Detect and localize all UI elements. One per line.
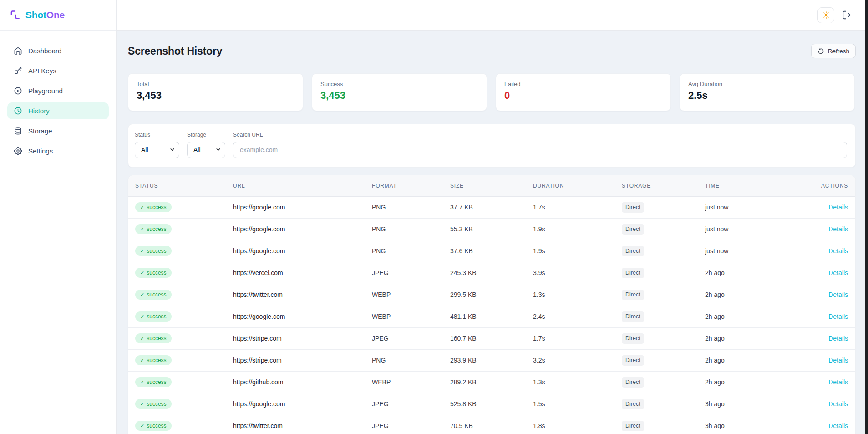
details-link[interactable]: Details — [828, 357, 848, 364]
sidebar-item-settings[interactable]: Settings — [7, 143, 109, 159]
check-icon: ✓ — [140, 227, 144, 232]
brand-name: ShotOne — [25, 10, 65, 20]
sidebar-item-label: API Keys — [28, 67, 56, 75]
logout-button[interactable] — [842, 10, 852, 20]
format-cell: JPEG — [372, 415, 450, 434]
play-circle-icon — [14, 87, 22, 95]
sidebar-item-storage[interactable]: Storage — [7, 123, 109, 139]
format-cell: PNG — [372, 240, 450, 262]
column-header-format: FORMAT — [372, 175, 450, 196]
status-badge-label: success — [147, 314, 166, 319]
history-table: STATUSURLFORMATSIZEDURATIONSTORAGETIMEAC… — [128, 175, 855, 434]
size-cell: 289.2 KB — [450, 371, 533, 393]
sidebar-item-api-keys[interactable]: API Keys — [7, 62, 109, 79]
format-cell: JPEG — [372, 393, 450, 415]
refresh-button[interactable]: Refresh — [811, 44, 856, 58]
storage-badge: Direct — [622, 333, 644, 344]
details-link[interactable]: Details — [828, 378, 848, 386]
status-badge-label: success — [147, 336, 166, 341]
sidebar-item-dashboard[interactable]: Dashboard — [7, 42, 109, 59]
url-cell: https://vercel.com — [233, 262, 372, 284]
check-icon: ✓ — [140, 380, 144, 385]
storage-badge: Direct — [622, 290, 644, 300]
page-title: Screenshot History — [128, 45, 222, 57]
url-cell: https://stripe.com — [233, 327, 372, 349]
stats-row: Total 3,453 Success 3,453 Failed 0 Avg D… — [128, 73, 856, 111]
sidebar: ShotOne Dashboard API Keys Playground — [0, 0, 117, 434]
check-icon: ✓ — [140, 358, 144, 363]
details-link[interactable]: Details — [828, 269, 848, 276]
size-cell: 481.1 KB — [450, 306, 533, 327]
search-url-label: Search URL — [233, 132, 847, 138]
details-link[interactable]: Details — [828, 225, 848, 233]
details-link[interactable]: Details — [828, 335, 848, 342]
format-cell: WEBP — [372, 371, 450, 393]
sidebar-item-label: Settings — [28, 147, 53, 155]
storage-badge: Direct — [622, 377, 644, 388]
stat-value: 3,453 — [137, 90, 294, 102]
status-badge: ✓success — [135, 311, 172, 322]
sidebar-item-playground[interactable]: Playground — [7, 82, 109, 99]
size-cell: 299.5 KB — [450, 284, 533, 306]
details-link[interactable]: Details — [828, 247, 848, 255]
size-cell: 245.3 KB — [450, 262, 533, 284]
format-cell: PNG — [372, 196, 450, 218]
refresh-icon — [817, 48, 824, 55]
vertical-scrollbar[interactable] — [865, 0, 868, 434]
check-icon: ✓ — [140, 205, 144, 210]
sidebar-nav: Dashboard API Keys Playground History — [0, 31, 116, 159]
details-link[interactable]: Details — [828, 422, 848, 429]
logout-icon — [842, 10, 852, 20]
details-link[interactable]: Details — [828, 291, 848, 298]
url-cell: https://twitter.com — [233, 415, 372, 434]
size-cell: 293.9 KB — [450, 349, 533, 371]
status-badge-label: success — [147, 292, 166, 297]
stat-label: Avg Duration — [688, 81, 846, 87]
status-badge-label: success — [147, 204, 166, 210]
duration-cell: 2.4s — [533, 306, 622, 327]
column-header-url: URL — [233, 175, 372, 196]
database-icon — [14, 127, 22, 135]
format-cell: PNG — [372, 349, 450, 371]
status-badge-label: success — [147, 357, 166, 363]
status-badge: ✓success — [135, 421, 172, 431]
storage-badge: Direct — [622, 421, 644, 431]
sidebar-item-history[interactable]: History — [7, 102, 109, 119]
duration-cell: 1.3s — [533, 371, 622, 393]
gear-icon — [14, 147, 22, 155]
storage-badge: Direct — [622, 355, 644, 366]
column-header-actions: ACTIONS — [787, 175, 855, 196]
status-badge-label: success — [147, 270, 166, 276]
main-content: Screenshot History Refresh Total 3,453 S… — [117, 31, 868, 434]
storage-filter-label: Storage — [187, 132, 225, 138]
time-cell: 2h ago — [705, 371, 787, 393]
check-icon: ✓ — [140, 336, 144, 341]
format-cell: JPEG — [372, 262, 450, 284]
filters-panel: Status All Storage All — [128, 124, 856, 168]
column-header-size: SIZE — [450, 175, 533, 196]
status-badge-label: success — [147, 248, 166, 254]
status-select[interactable]: All — [135, 142, 179, 158]
time-cell: just now — [705, 218, 787, 240]
search-url-input[interactable] — [233, 142, 847, 158]
url-cell: https://google.com — [233, 240, 372, 262]
theme-toggle-button[interactable] — [817, 7, 834, 23]
details-link[interactable]: Details — [828, 400, 848, 408]
storage-select[interactable]: All — [187, 142, 225, 158]
duration-cell: 3.9s — [533, 262, 622, 284]
status-badge: ✓success — [135, 399, 172, 409]
details-link[interactable]: Details — [828, 313, 848, 320]
duration-cell: 1.8s — [533, 415, 622, 434]
storage-badge: Direct — [622, 202, 644, 213]
stat-value: 0 — [504, 90, 662, 102]
check-icon: ✓ — [140, 402, 144, 407]
check-icon: ✓ — [140, 292, 144, 297]
stat-label: Failed — [504, 81, 662, 87]
stat-card-total: Total 3,453 — [128, 73, 303, 111]
size-cell: 70.5 KB — [450, 415, 533, 434]
table-row: ✓success https://google.com PNG 37.7 KB … — [128, 196, 855, 218]
table-row: ✓success https://twitter.com WEBP 299.5 … — [128, 284, 855, 306]
status-badge: ✓success — [135, 290, 172, 300]
time-cell: 3h ago — [705, 393, 787, 415]
details-link[interactable]: Details — [828, 204, 848, 211]
